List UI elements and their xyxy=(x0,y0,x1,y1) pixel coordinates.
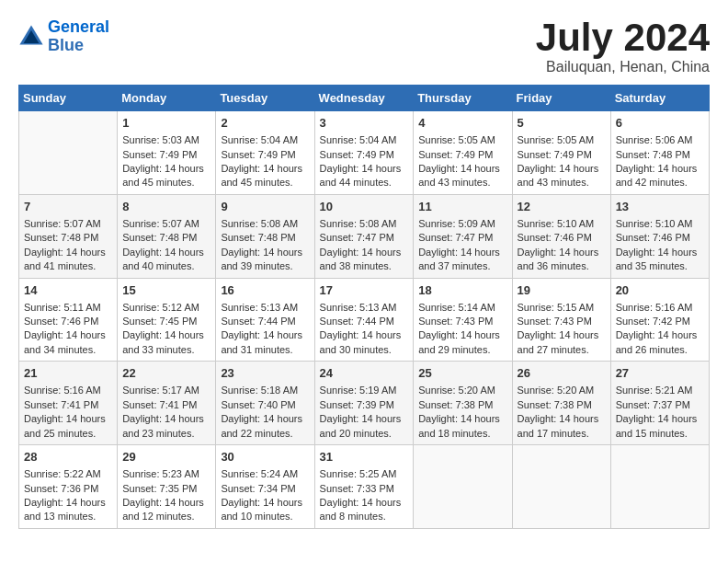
daylight-text: Daylight: 14 hours and 37 minutes. xyxy=(418,246,506,274)
sunset-text: Sunset: 7:49 PM xyxy=(221,148,309,162)
sunset-text: Sunset: 7:48 PM xyxy=(221,231,309,245)
calendar-cell: 2Sunrise: 5:04 AMSunset: 7:49 PMDaylight… xyxy=(216,111,314,195)
calendar-title: July 2024 xyxy=(536,18,710,57)
sunset-text: Sunset: 7:49 PM xyxy=(122,148,210,162)
daylight-text: Daylight: 14 hours and 34 minutes. xyxy=(24,328,112,357)
sunrise-text: Sunrise: 5:05 AM xyxy=(518,133,606,147)
sunset-text: Sunset: 7:47 PM xyxy=(418,231,506,245)
weekday-header-saturday: Saturday xyxy=(610,86,709,111)
daylight-text: Daylight: 14 hours and 40 minutes. xyxy=(122,246,210,274)
sunset-text: Sunset: 7:38 PM xyxy=(518,398,606,412)
day-number: 1 xyxy=(122,115,210,132)
sunrise-text: Sunrise: 5:12 AM xyxy=(122,301,210,315)
calendar-cell: 14Sunrise: 5:11 AMSunset: 7:46 PMDayligh… xyxy=(19,278,118,362)
calendar-cell: 19Sunrise: 5:15 AMSunset: 7:43 PMDayligh… xyxy=(512,278,610,362)
sunrise-text: Sunrise: 5:08 AM xyxy=(221,217,309,231)
sunrise-text: Sunrise: 5:14 AM xyxy=(418,301,506,315)
calendar-cell: 21Sunrise: 5:16 AMSunset: 7:41 PMDayligh… xyxy=(19,362,118,445)
sunrise-text: Sunrise: 5:06 AM xyxy=(616,133,704,147)
day-number: 14 xyxy=(24,282,112,299)
sunrise-text: Sunrise: 5:18 AM xyxy=(221,384,309,397)
calendar-cell: 30Sunrise: 5:24 AMSunset: 7:34 PMDayligh… xyxy=(216,445,314,529)
calendar-cell: 6Sunrise: 5:06 AMSunset: 7:48 PMDaylight… xyxy=(610,111,709,195)
day-number: 21 xyxy=(24,365,112,382)
sunset-text: Sunset: 7:44 PM xyxy=(320,315,409,328)
sunset-text: Sunset: 7:48 PM xyxy=(616,148,704,162)
sunrise-text: Sunrise: 5:15 AM xyxy=(518,301,606,315)
daylight-text: Daylight: 14 hours and 30 minutes. xyxy=(320,328,409,357)
calendar-cell: 4Sunrise: 5:05 AMSunset: 7:49 PMDaylight… xyxy=(414,111,512,195)
sunset-text: Sunset: 7:41 PM xyxy=(122,398,210,412)
day-number: 17 xyxy=(320,282,409,299)
daylight-text: Daylight: 14 hours and 20 minutes. xyxy=(320,412,409,441)
daylight-text: Daylight: 14 hours and 23 minutes. xyxy=(122,412,210,441)
day-number: 31 xyxy=(320,449,409,465)
calendar-cell: 22Sunrise: 5:17 AMSunset: 7:41 PMDayligh… xyxy=(118,362,216,445)
day-number: 22 xyxy=(122,365,210,382)
sunrise-text: Sunrise: 5:16 AM xyxy=(24,384,112,397)
daylight-text: Daylight: 14 hours and 45 minutes. xyxy=(221,162,309,190)
sunrise-text: Sunrise: 5:11 AM xyxy=(24,301,112,315)
sunrise-text: Sunrise: 5:08 AM xyxy=(320,217,409,231)
day-number: 16 xyxy=(221,282,309,299)
calendar-cell: 11Sunrise: 5:09 AMSunset: 7:47 PMDayligh… xyxy=(414,194,512,278)
day-number: 20 xyxy=(616,282,704,299)
page-header: General Blue July 2024 Bailuquan, Henan,… xyxy=(18,18,710,75)
day-number: 9 xyxy=(221,199,309,215)
calendar-cell xyxy=(512,445,610,529)
calendar-cell: 18Sunrise: 5:14 AMSunset: 7:43 PMDayligh… xyxy=(414,278,512,362)
calendar-cell: 29Sunrise: 5:23 AMSunset: 7:35 PMDayligh… xyxy=(118,445,216,529)
sunrise-text: Sunrise: 5:25 AM xyxy=(320,467,409,481)
sunrise-text: Sunrise: 5:16 AM xyxy=(616,301,704,315)
calendar-cell: 7Sunrise: 5:07 AMSunset: 7:48 PMDaylight… xyxy=(19,194,118,278)
week-row-0: 1Sunrise: 5:03 AMSunset: 7:49 PMDaylight… xyxy=(19,111,710,195)
calendar-cell: 10Sunrise: 5:08 AMSunset: 7:47 PMDayligh… xyxy=(314,194,414,278)
calendar-cell: 15Sunrise: 5:12 AMSunset: 7:45 PMDayligh… xyxy=(118,278,216,362)
daylight-text: Daylight: 14 hours and 22 minutes. xyxy=(221,412,309,441)
calendar-cell: 1Sunrise: 5:03 AMSunset: 7:49 PMDaylight… xyxy=(118,111,216,195)
calendar-cell: 31Sunrise: 5:25 AMSunset: 7:33 PMDayligh… xyxy=(314,445,414,529)
sunrise-text: Sunrise: 5:13 AM xyxy=(320,301,409,315)
sunrise-text: Sunrise: 5:07 AM xyxy=(122,217,210,231)
daylight-text: Daylight: 14 hours and 25 minutes. xyxy=(24,412,112,441)
title-area: July 2024 Bailuquan, Henan, China xyxy=(536,18,710,75)
day-number: 5 xyxy=(518,115,606,132)
sunset-text: Sunset: 7:42 PM xyxy=(616,315,704,328)
sunrise-text: Sunrise: 5:10 AM xyxy=(518,217,606,231)
sunrise-text: Sunrise: 5:04 AM xyxy=(221,133,309,147)
day-number: 23 xyxy=(221,365,309,382)
sunset-text: Sunset: 7:39 PM xyxy=(320,398,409,412)
sunrise-text: Sunrise: 5:07 AM xyxy=(24,217,112,231)
calendar-cell xyxy=(19,111,118,195)
daylight-text: Daylight: 14 hours and 43 minutes. xyxy=(418,162,506,190)
sunset-text: Sunset: 7:47 PM xyxy=(320,231,409,245)
day-number: 4 xyxy=(418,115,506,132)
daylight-text: Daylight: 14 hours and 43 minutes. xyxy=(518,162,606,190)
calendar-table: SundayMondayTuesdayWednesdayThursdayFrid… xyxy=(18,85,710,529)
sunset-text: Sunset: 7:46 PM xyxy=(24,315,112,328)
calendar-cell: 17Sunrise: 5:13 AMSunset: 7:44 PMDayligh… xyxy=(314,278,414,362)
sunset-text: Sunset: 7:46 PM xyxy=(518,231,606,245)
calendar-cell: 26Sunrise: 5:20 AMSunset: 7:38 PMDayligh… xyxy=(512,362,610,445)
week-row-2: 14Sunrise: 5:11 AMSunset: 7:46 PMDayligh… xyxy=(19,278,710,362)
daylight-text: Daylight: 14 hours and 26 minutes. xyxy=(616,328,704,357)
logo: General Blue xyxy=(18,18,109,55)
day-number: 19 xyxy=(518,282,606,299)
sunset-text: Sunset: 7:44 PM xyxy=(221,315,309,328)
calendar-body: 1Sunrise: 5:03 AMSunset: 7:49 PMDaylight… xyxy=(19,111,710,529)
sunset-text: Sunset: 7:46 PM xyxy=(616,231,704,245)
sunset-text: Sunset: 7:40 PM xyxy=(221,398,309,412)
day-number: 11 xyxy=(418,199,506,215)
sunset-text: Sunset: 7:36 PM xyxy=(24,482,112,496)
weekday-header-row: SundayMondayTuesdayWednesdayThursdayFrid… xyxy=(19,86,710,111)
weekday-header-wednesday: Wednesday xyxy=(314,86,414,111)
sunset-text: Sunset: 7:35 PM xyxy=(122,482,210,496)
day-number: 28 xyxy=(24,449,112,465)
sunset-text: Sunset: 7:43 PM xyxy=(518,315,606,328)
day-number: 3 xyxy=(320,115,409,132)
sunrise-text: Sunrise: 5:24 AM xyxy=(221,467,309,481)
calendar-cell xyxy=(610,445,709,529)
sunrise-text: Sunrise: 5:03 AM xyxy=(122,133,210,147)
daylight-text: Daylight: 14 hours and 18 minutes. xyxy=(418,412,506,441)
daylight-text: Daylight: 14 hours and 10 minutes. xyxy=(221,496,309,524)
